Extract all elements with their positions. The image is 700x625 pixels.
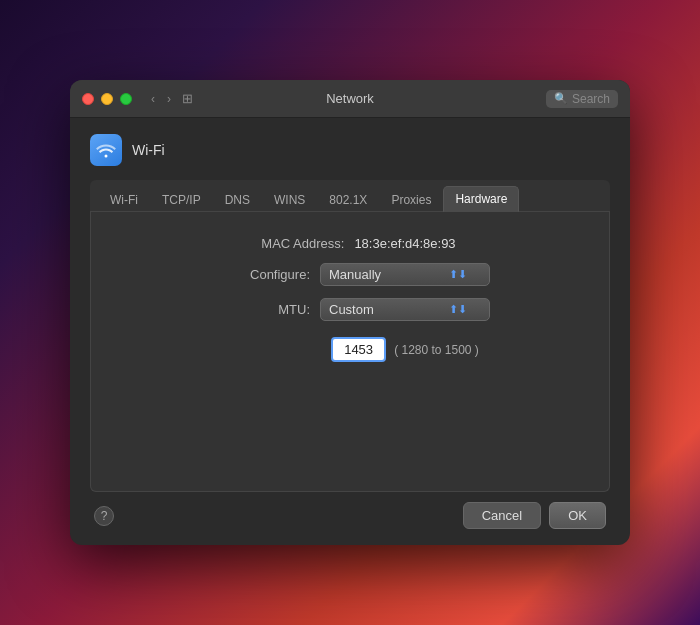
configure-label: Configure: (210, 267, 310, 282)
tab-proxies[interactable]: Proxies (379, 187, 443, 212)
mtu-range-label: ( 1280 to 1500 ) (394, 343, 479, 357)
titlebar: ‹ › ⊞ Network 🔍 Search (70, 80, 630, 118)
footer-buttons: Cancel OK (463, 502, 606, 529)
navigation: ‹ › (148, 90, 174, 108)
help-button[interactable]: ? (94, 506, 114, 526)
mtu-row: MTU: Custom ⬆⬇ (111, 298, 589, 321)
mac-address-value: 18:3e:ef:d4:8e:93 (354, 236, 455, 251)
tab-wins[interactable]: WINS (262, 187, 317, 212)
footer: ? Cancel OK (90, 492, 610, 533)
tab-wifi[interactable]: Wi-Fi (98, 187, 150, 212)
close-button[interactable] (82, 93, 94, 105)
mtu-label: MTU: (210, 302, 310, 317)
mtu-dropdown[interactable]: Custom ⬆⬇ (320, 298, 490, 321)
forward-button[interactable]: › (164, 90, 174, 108)
search-icon: 🔍 (554, 92, 568, 105)
tab-hardware[interactable]: Hardware (443, 186, 519, 212)
mtu-dropdown-value: Custom (329, 302, 374, 317)
content-area: Wi-Fi Wi-Fi TCP/IP DNS WINS 802.1X Proxi… (70, 118, 630, 545)
mac-address-label: MAC Address: (244, 236, 344, 251)
cancel-button[interactable]: Cancel (463, 502, 541, 529)
mac-address-row: MAC Address: 18:3e:ef:d4:8e:93 (111, 236, 589, 251)
minimize-button[interactable] (101, 93, 113, 105)
configure-dropdown-value: Manually (329, 267, 381, 282)
configure-row: Configure: Manually ⬆⬇ (111, 263, 589, 286)
search-box[interactable]: 🔍 Search (546, 90, 618, 108)
hardware-panel: MAC Address: 18:3e:ef:d4:8e:93 Configure… (90, 212, 610, 492)
maximize-button[interactable] (120, 93, 132, 105)
network-window: ‹ › ⊞ Network 🔍 Search Wi-Fi Wi-Fi TCP (70, 80, 630, 545)
mtu-input-row: ( 1280 to 1500 ) (111, 333, 589, 362)
wifi-label: Wi-Fi (132, 142, 165, 158)
wifi-icon (90, 134, 122, 166)
search-placeholder: Search (572, 92, 610, 106)
back-button[interactable]: ‹ (148, 90, 158, 108)
ok-button[interactable]: OK (549, 502, 606, 529)
tabs-bar: Wi-Fi TCP/IP DNS WINS 802.1X Proxies Har… (90, 180, 610, 212)
tab-8021x[interactable]: 802.1X (317, 187, 379, 212)
window-title: Network (326, 91, 374, 106)
grid-icon: ⊞ (182, 91, 193, 106)
mtu-dropdown-arrow: ⬆⬇ (449, 303, 467, 316)
traffic-lights (82, 93, 132, 105)
wifi-header: Wi-Fi (90, 134, 610, 166)
mtu-input-group: ( 1280 to 1500 ) (331, 337, 479, 362)
configure-dropdown[interactable]: Manually ⬆⬇ (320, 263, 490, 286)
mtu-input-field[interactable] (331, 337, 386, 362)
tab-dns[interactable]: DNS (213, 187, 262, 212)
configure-dropdown-arrow: ⬆⬇ (449, 268, 467, 281)
tab-tcpip[interactable]: TCP/IP (150, 187, 213, 212)
